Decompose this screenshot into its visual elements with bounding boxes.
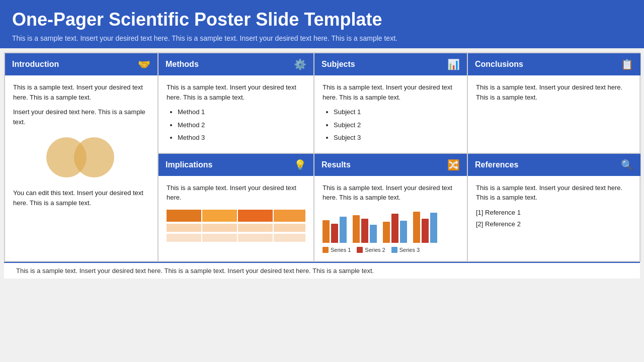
bar-seg <box>274 224 305 232</box>
implications-panel: Implications 💡 This is a sample text. In… <box>158 153 314 262</box>
bar-group-4 <box>413 212 437 243</box>
legend-color-2 <box>357 247 363 253</box>
legend-color-1 <box>323 247 329 253</box>
page-title: One-Pager Scientific Poster Slide Templa… <box>12 9 632 30</box>
subjects-header: Subjects 📊 <box>314 53 467 75</box>
bar-seg <box>202 234 237 242</box>
footer-text: This is a sample text. Insert your desir… <box>16 267 374 275</box>
venn-circle-right <box>74 137 114 177</box>
bar-s2 <box>422 219 429 243</box>
impl-bar-row-3 <box>167 234 305 242</box>
legend-label-3: Series 3 <box>399 246 420 254</box>
bar-s3 <box>400 221 407 243</box>
conclusions-header: Conclusions 📋 <box>468 53 640 75</box>
methods-list: Method 1 Method 2 Method 3 <box>167 107 305 143</box>
chart-legend: Series 1 Series 2 Series 3 <box>323 246 459 254</box>
subjects-body: This is a sample text. Insert your desir… <box>314 75 467 153</box>
results-body: This is a sample text. Insert your desir… <box>314 176 467 261</box>
references-header: References 🔍 <box>468 154 640 176</box>
header-subtitle: This is a sample text. Insert your desir… <box>12 34 632 42</box>
bar-s2 <box>391 214 398 243</box>
methods-body: This is a sample text. Insert your desir… <box>158 75 313 153</box>
conclusions-title: Conclusions <box>475 60 523 69</box>
bar-seg <box>202 210 237 222</box>
list-item: Method 2 <box>178 120 305 130</box>
introduction-header: Introduction 🤝 <box>5 53 157 75</box>
subjects-title: Subjects <box>321 60 355 69</box>
legend-label-2: Series 2 <box>365 246 385 254</box>
bar-s2 <box>361 219 368 243</box>
conclusions-text: This is a sample text. Insert your desir… <box>476 82 632 102</box>
bar-group-1 <box>323 217 347 243</box>
conclusions-body: This is a sample text. Insert your desir… <box>468 75 640 153</box>
bar-s3 <box>370 225 377 243</box>
bar-s2 <box>331 224 338 243</box>
venn-circles <box>46 137 117 177</box>
bar-s1 <box>383 222 390 243</box>
bar-seg <box>167 210 201 222</box>
bar-s1 <box>413 212 420 243</box>
intro-text3: You can edit this text. Insert your desi… <box>13 188 149 208</box>
results-title: Results <box>321 160 351 169</box>
shuffle-icon: 🔀 <box>447 159 460 171</box>
gear-icon: ⚙️ <box>294 58 306 70</box>
bar-seg <box>238 224 273 232</box>
methods-header: Methods ⚙️ <box>158 53 313 75</box>
references-text: This is a sample text. Insert your desir… <box>476 183 632 203</box>
bar-seg <box>274 234 305 242</box>
intro-text2: Insert your desired text here. This is a… <box>13 107 149 127</box>
references-title: References <box>475 160 518 169</box>
introduction-title: Introduction <box>12 60 59 69</box>
methods-panel: Methods ⚙️ This is a sample text. Insert… <box>158 53 314 153</box>
results-chart <box>323 208 459 243</box>
references-panel: References 🔍 This is a sample text. Inse… <box>467 153 641 262</box>
intro-text1: This is a sample text. Insert your desir… <box>13 82 149 102</box>
methods-text: This is a sample text. Insert your desir… <box>167 82 305 102</box>
results-panel: Results 🔀 This is a sample text. Insert … <box>314 153 467 262</box>
implications-title: Implications <box>166 160 212 169</box>
bar-seg <box>238 210 273 222</box>
results-header: Results 🔀 <box>314 154 467 176</box>
legend-item-3: Series 3 <box>391 246 420 254</box>
introduction-panel: Introduction 🤝 This is a sample text. In… <box>5 53 158 261</box>
legend-label-1: Series 1 <box>331 246 351 254</box>
bar-s3 <box>340 217 347 243</box>
bar-s1 <box>323 220 330 243</box>
conclusions-panel: Conclusions 📋 This is a sample text. Ins… <box>467 53 641 153</box>
results-text: This is a sample text. Insert your desir… <box>323 183 459 203</box>
footer: This is a sample text. Insert your desir… <box>4 262 640 279</box>
search-icon: 🔍 <box>621 159 633 171</box>
bar-seg <box>202 224 237 232</box>
bar-seg <box>238 234 273 242</box>
header: One-Pager Scientific Poster Slide Templa… <box>0 0 644 48</box>
implications-text: This is a sample text. Insert your desir… <box>167 183 305 203</box>
bar-group-3 <box>383 214 407 243</box>
handshake-icon: 🤝 <box>138 58 150 70</box>
bar-seg <box>167 224 201 232</box>
main-grid: Introduction 🤝 This is a sample text. In… <box>4 52 640 262</box>
list-item: Subject 2 <box>334 120 459 130</box>
impl-bar-row-1 <box>167 210 305 222</box>
list-item: Method 3 <box>178 133 305 143</box>
list-item: Subject 3 <box>334 133 459 143</box>
subjects-panel: Subjects 📊 This is a sample text. Insert… <box>314 53 467 153</box>
bulb-icon: 💡 <box>294 159 306 171</box>
methods-title: Methods <box>166 60 199 69</box>
impl-bar-row-2 <box>167 224 305 232</box>
bar-s3 <box>430 213 437 243</box>
bar-s1 <box>353 215 360 243</box>
subjects-list: Subject 1 Subject 2 Subject 3 <box>323 107 459 143</box>
introduction-body: This is a sample text. Insert your desir… <box>5 75 157 261</box>
implications-header: Implications 💡 <box>158 154 313 176</box>
reference-1: [1] Reference 1 <box>476 208 632 218</box>
subjects-text: This is a sample text. Insert your desir… <box>323 82 459 102</box>
references-body: This is a sample text. Insert your desir… <box>468 176 640 261</box>
bar-seg <box>167 234 201 242</box>
implications-chart <box>167 210 305 242</box>
implications-body: This is a sample text. Insert your desir… <box>158 176 313 261</box>
bar-seg <box>274 210 305 222</box>
bar-group-2 <box>353 215 377 243</box>
chart-icon: 📊 <box>447 58 460 70</box>
list-item: Method 1 <box>178 107 305 117</box>
legend-item-1: Series 1 <box>323 246 351 254</box>
